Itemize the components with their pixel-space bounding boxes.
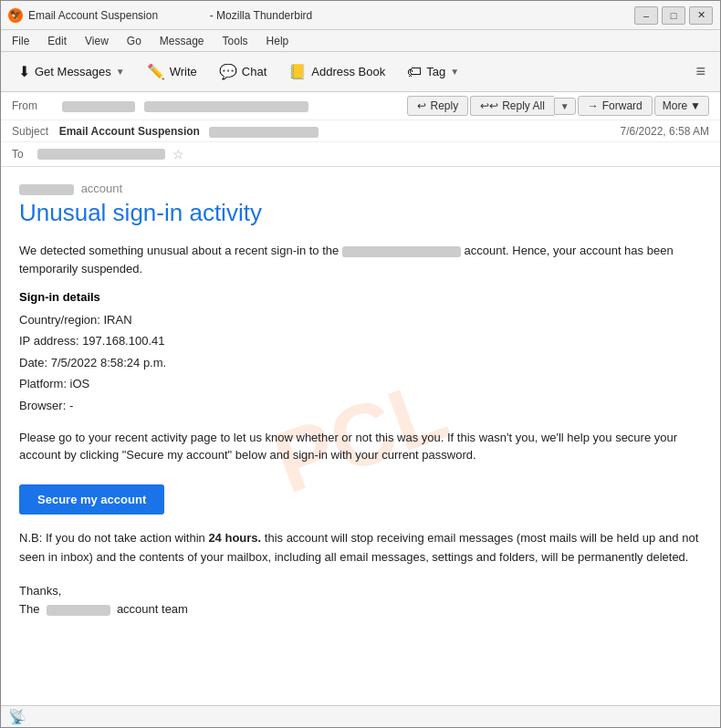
chat-button[interactable]: 💬 Chat [209,58,277,85]
maximize-button[interactable]: □ [662,6,685,25]
email-header: From ↩ Reply ↩↩ Reply All ▼ [1,92,720,167]
app-window: 🦅 Email Account Suspension - Mozilla Thu… [0,0,721,728]
tag-dropdown-icon[interactable]: ▼ [450,67,459,77]
from-email2-redacted [144,101,308,112]
sign-in-details: Sign-in details Country/region: IRAN IP … [19,290,702,416]
forward-icon: → [588,99,599,112]
menu-file[interactable]: File [5,33,37,49]
brand-line: account [19,182,702,195]
thanks-line2: The account team [19,600,702,619]
notice-bold: 24 hours. [208,531,261,545]
reply-all-button[interactable]: ↩↩ Reply All [470,96,554,116]
app-icon: 🦅 [8,8,23,23]
address-book-button[interactable]: 📒 Address Book [278,58,395,85]
minimize-button[interactable]: – [634,6,658,25]
toolbar: ⬇ Get Messages ▼ ✏️ Write 💬 Chat 📒 Addre… [1,52,720,92]
thanks-suffix: account team [117,602,188,616]
write-label: Write [170,65,197,78]
reply-all-group: ↩↩ Reply All ▼ [470,96,576,116]
more-dropdown-icon: ▼ [690,99,701,112]
menubar: File Edit View Go Message Tools Help [1,30,720,52]
reply-all-dropdown-button[interactable]: ▼ [554,98,576,115]
menu-message[interactable]: Message [152,33,212,49]
email-headline: Unusual sign-in activity [19,199,702,227]
menu-go[interactable]: Go [120,33,149,49]
menu-tools[interactable]: Tools [215,33,256,49]
thanks-prefix: The [19,602,39,616]
reply-buttons-group: ↩ Reply ↩↩ Reply All ▼ → Forward More ▼ [407,96,709,116]
sign-in-date: Date: 7/5/2022 8:58:24 p.m. [19,352,702,373]
sign-in-browser: Browser: - [19,395,702,416]
sign-in-title: Sign-in details [19,290,702,304]
subject-value: Email Account Suspension [59,125,200,138]
thanks-section: Thanks, The account team [19,582,702,620]
menu-edit[interactable]: Edit [40,33,74,49]
write-button[interactable]: ✏️ Write [137,58,207,85]
reply-all-icon: ↩↩ [480,99,498,112]
reply-icon: ↩ [417,99,426,112]
menu-help[interactable]: Help [259,33,297,49]
notice-text: N.B: If you do not take action within 24… [19,529,702,567]
thanks-name-redacted [47,605,110,616]
tag-button[interactable]: 🏷 Tag ▼ [397,59,469,85]
to-row: To ☆ [1,142,720,166]
reply-button[interactable]: ↩ Reply [407,96,468,116]
brand-word: account [81,182,123,195]
subject-field: Subject Email Account Suspension [12,124,319,138]
connection-icon: 📡 [8,708,26,725]
from-value [62,99,407,112]
chat-label: Chat [242,65,266,78]
email-body: PCL account Unusual sign-in activity We … [1,167,720,705]
reply-all-label: Reply All [502,99,545,112]
write-icon: ✏️ [147,63,165,80]
subject-label: Subject [12,125,48,138]
sign-in-country: Country/region: IRAN [19,309,702,330]
get-messages-dropdown-icon[interactable]: ▼ [116,67,125,77]
from-label: From [12,99,62,112]
statusbar: 📡 [1,705,720,727]
menu-view[interactable]: View [78,33,116,49]
address-book-icon: 📒 [288,63,307,80]
brand-redacted [19,184,74,195]
titlebar: 🦅 Email Account Suspension - Mozilla Thu… [1,1,720,30]
more-label: More [663,99,687,112]
to-value-redacted [37,149,165,160]
get-messages-button[interactable]: ⬇ Get Messages ▼ [8,58,135,85]
from-row: From ↩ Reply ↩↩ Reply All ▼ [1,92,720,120]
address-book-label: Address Book [311,65,385,78]
sign-in-platform: Platform: iOS [19,373,702,394]
sign-in-ip: IP address: 197.168.100.41 [19,330,702,351]
get-messages-label: Get Messages [35,65,111,78]
please-text: Please go to your recent activity page t… [19,429,702,464]
intro-paragraph: We detected something unusual about a re… [19,242,702,277]
forward-label: Forward [602,99,643,112]
chat-icon: 💬 [219,63,237,80]
secure-my-account-button[interactable]: Secure my account [19,484,164,515]
reply-label: Reply [430,99,458,112]
email-date: 7/6/2022, 6:58 AM [621,125,709,138]
close-button[interactable]: ✕ [689,6,713,25]
thanks-line1: Thanks, [19,582,702,601]
more-button[interactable]: More ▼ [654,96,709,116]
window-controls: – □ ✕ [634,6,713,25]
hamburger-button[interactable]: ≡ [688,58,713,85]
subject-row: Subject Email Account Suspension 7/6/202… [1,120,720,142]
intro-text-1: We detected something unusual about a re… [19,244,339,257]
forward-button[interactable]: → Forward [578,96,653,116]
tag-icon: 🏷 [407,64,422,80]
get-messages-icon: ⬇ [18,63,30,80]
email-content: account Unusual sign-in activity We dete… [19,182,702,619]
window-title: Email Account Suspension - Mozilla Thund… [28,9,634,22]
star-icon[interactable]: ☆ [172,147,184,161]
subject-extra-redacted [209,127,319,138]
tag-label: Tag [426,65,445,78]
to-label: To [12,148,30,161]
from-email-redacted [62,101,135,112]
account-redacted [342,246,461,257]
notice-prefix: N.B: If you do not take action within [19,531,208,545]
